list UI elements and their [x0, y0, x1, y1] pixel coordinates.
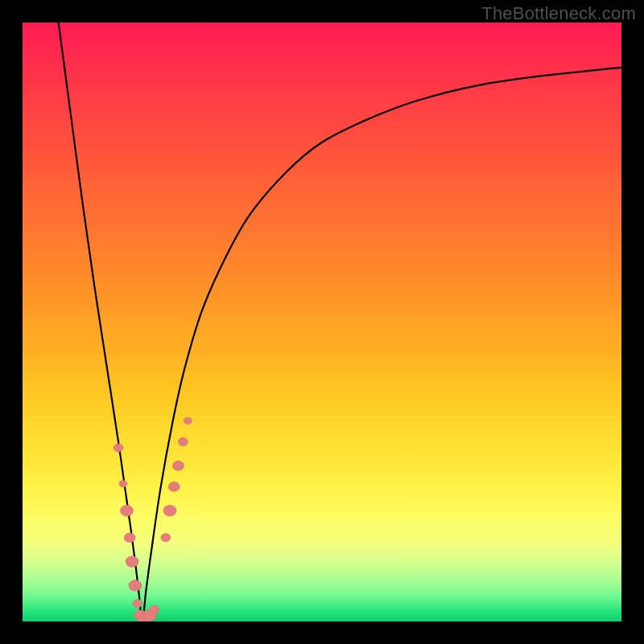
- highlight-marker: [124, 533, 135, 543]
- highlight-marker: [178, 438, 188, 446]
- highlight-marker: [133, 600, 142, 608]
- highlight-marker: [119, 481, 127, 488]
- highlight-marker: [161, 534, 171, 542]
- highlight-marker: [126, 556, 138, 568]
- chart-frame: TheBottleneck.com: [0, 0, 644, 644]
- highlight-markers: [114, 418, 192, 621]
- bottleneck-curve: [59, 23, 621, 621]
- highlight-marker: [172, 461, 184, 471]
- highlight-marker: [163, 506, 176, 517]
- highlight-marker: [150, 605, 159, 613]
- plot-area: [23, 23, 621, 621]
- chart-overlay-svg: [23, 23, 621, 621]
- highlight-marker: [184, 418, 192, 425]
- highlight-marker: [114, 444, 123, 452]
- highlight-marker: [168, 482, 180, 492]
- highlight-marker: [129, 580, 142, 592]
- highlight-marker: [120, 506, 133, 517]
- watermark-text: TheBottleneck.com: [481, 3, 636, 24]
